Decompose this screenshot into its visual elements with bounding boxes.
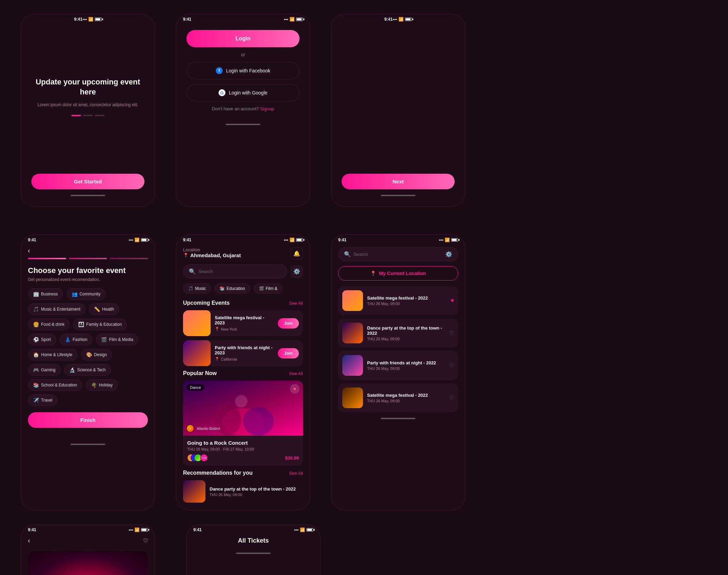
- tag-health[interactable]: ✏️Health: [89, 303, 119, 315]
- cat-music[interactable]: 🎵Music: [183, 283, 211, 294]
- eli-heart-1[interactable]: ♥: [451, 297, 454, 304]
- get-started-button[interactable]: Get Started: [31, 174, 144, 189]
- login-google-button[interactable]: G Login with Google: [186, 84, 300, 101]
- location-event-1: Satellite mega festival - 2022 THU 26 Ma…: [338, 286, 458, 315]
- favorite-button[interactable]: ♥: [290, 384, 300, 394]
- status-bar-8: 9:41 ▪▪▪ 📶: [186, 525, 320, 534]
- eli-name-2: Dance party at the top of the town - 202…: [367, 325, 445, 336]
- login-button[interactable]: Login: [186, 30, 300, 47]
- eli-name-4: Satellite mega festival - 2022: [367, 393, 445, 398]
- event-name-1: Satellite mega festival - 2023: [215, 315, 274, 325]
- artist-name: Altanito Boldrni: [197, 427, 220, 431]
- signup-link[interactable]: Signup: [260, 106, 274, 111]
- tag-community[interactable]: 👥Community: [67, 288, 106, 300]
- heart-button-7[interactable]: ♡: [143, 537, 148, 544]
- artist-info: A Altanito Boldrni: [186, 425, 220, 432]
- location-event-2: Dance party at the top of the town - 202…: [338, 319, 458, 347]
- status-icons-2: ▪▪▪ 📶: [284, 17, 303, 22]
- upcoming-title: Upcoming Events: [183, 300, 230, 306]
- artist-avatar: A: [186, 425, 194, 432]
- facebook-icon: f: [216, 67, 223, 74]
- progress-bars: [21, 258, 155, 259]
- event-card-1: Satellite mega festival - 2023 📍 New Yor…: [183, 310, 303, 336]
- search-icon-6: 🔍: [344, 251, 351, 258]
- location-event-4: Satellite mega festival - 2022 THU 26 Ma…: [338, 383, 458, 412]
- join-button-1[interactable]: Join: [278, 318, 299, 329]
- time-5: 9:41: [183, 238, 191, 242]
- popular-card: Dance ♥ A Altanito Boldrni Going to a Ro…: [183, 381, 303, 466]
- tag-business[interactable]: 🏢Business: [28, 288, 63, 300]
- home-indicator-6: [381, 418, 415, 419]
- next-button[interactable]: Next: [342, 174, 455, 189]
- tag-home[interactable]: 🏠Home & Lifestyle: [28, 349, 78, 361]
- tag-school[interactable]: 📚School & Education: [28, 379, 82, 391]
- tag-sport[interactable]: ⚽Sport: [28, 334, 56, 345]
- home-indicator-8: [236, 553, 271, 554]
- attendees-list: +15: [187, 454, 206, 462]
- eli-thumb-2: [342, 323, 363, 343]
- reco-see-all[interactable]: See All: [289, 471, 303, 476]
- event-loc-1: 📍 New York: [215, 327, 274, 331]
- battery-icon-6: [451, 238, 458, 242]
- cat-education[interactable]: 📚Education: [214, 283, 250, 294]
- signal-icon: ▪▪▪: [82, 17, 87, 22]
- popular-see-all[interactable]: See All: [289, 371, 303, 376]
- event-name-2: Party with friends at night - 2023: [215, 345, 274, 355]
- signal-icon-3: ▪▪▪: [393, 17, 397, 22]
- tag-fashion[interactable]: 👗Fashion: [60, 334, 93, 345]
- reco-card: Dance party at the top of the town - 202…: [183, 480, 303, 503]
- popular-event-name: Going to a Rock Concert: [187, 440, 299, 446]
- back-button-7[interactable]: ‹: [28, 537, 30, 544]
- wifi-icon-7: 📶: [134, 527, 140, 532]
- eli-date-1: THU 26 May, 09:00: [367, 302, 447, 306]
- choose-title: Choose your favorite event: [28, 266, 148, 275]
- google-btn-label: Login with Google: [229, 90, 267, 95]
- status-icons-5: ▪▪▪ 📶: [284, 238, 303, 242]
- signal-icon-5: ▪▪▪: [284, 238, 288, 242]
- location-city: 📍 Ahmedabad, Gujarat: [183, 252, 241, 258]
- event-price: $30.09: [285, 455, 299, 461]
- time-6: 9:41: [338, 238, 346, 242]
- tag-food[interactable]: 🍔Food & drink: [28, 319, 70, 330]
- tag-music[interactable]: 🎵Music & Entertaiment: [28, 303, 85, 315]
- notification-bell[interactable]: 🔔: [291, 247, 303, 260]
- tag-film[interactable]: 🎬Film & Media: [96, 334, 138, 345]
- eli-heart-4[interactable]: ♡: [449, 395, 454, 401]
- upcoming-see-all[interactable]: See All: [289, 301, 303, 306]
- filter-button[interactable]: ⚙️: [291, 265, 303, 278]
- eli-heart-3[interactable]: ♡: [449, 362, 454, 369]
- eli-date-4: THU 26 May, 09:00: [367, 399, 445, 403]
- event-tags-grid: 🏢Business 👥Community 🎵Music & Entertaime…: [28, 288, 148, 406]
- google-icon: G: [219, 89, 225, 96]
- search-box[interactable]: 🔍 Search: [183, 264, 287, 279]
- back-button[interactable]: ‹: [21, 244, 37, 258]
- loc-pin-2: 📍: [215, 357, 220, 361]
- event-card-2: Party with friends at night - 2023 📍 Cal…: [183, 340, 303, 366]
- finish-button[interactable]: Finish: [28, 412, 148, 428]
- login-facebook-button[interactable]: f Login with Facebook: [186, 62, 300, 79]
- tag-travel[interactable]: ✈️Travel: [28, 394, 58, 406]
- screen-all-tickets: 9:41 ▪▪▪ 📶 All Tickets: [186, 524, 321, 575]
- status-icons-6: ▪▪▪ 📶: [439, 238, 458, 242]
- reco-title: Recommendations for you: [183, 470, 253, 476]
- wifi-icon-8: 📶: [300, 527, 305, 532]
- popular-title: Popular Now: [183, 370, 217, 376]
- tag-family[interactable]: 👨‍👩‍👧Family & Education: [73, 319, 127, 330]
- tag-holiday[interactable]: 🌴Holiday: [86, 379, 118, 391]
- tag-science[interactable]: 🔬Science & Tech: [64, 364, 111, 376]
- eli-date-2: THU 26 May, 09:00: [367, 337, 445, 341]
- eli-heart-2[interactable]: ♡: [449, 330, 454, 336]
- tag-design[interactable]: 🎨Design: [81, 349, 112, 361]
- cat-film[interactable]: 🎬Film &: [254, 283, 283, 294]
- signal-icon-8: ▪▪▪: [294, 527, 299, 532]
- join-button-2[interactable]: Join: [278, 348, 299, 359]
- location-search[interactable]: 🔍 Search ⚙️: [338, 247, 458, 261]
- battery-icon-2: [296, 18, 303, 21]
- my-location-button[interactable]: 📍 My Current Location: [338, 266, 458, 281]
- status-bar-5: 9:41 ▪▪▪ 📶: [176, 235, 310, 244]
- get-started-title: Update your upcoming event here: [31, 77, 144, 97]
- tag-gaming[interactable]: 🎮Gaming: [28, 364, 61, 376]
- location-label: Location: [183, 247, 241, 252]
- status-bar-3: 9:41 ▪▪▪ 📶: [377, 14, 419, 23]
- home-indicator-4: [71, 444, 105, 445]
